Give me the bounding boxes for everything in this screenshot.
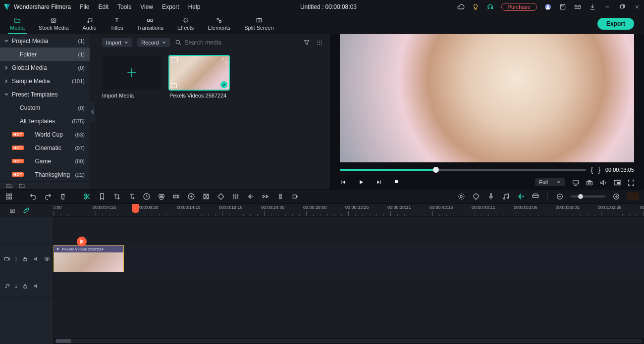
sidebar-item-thanksgiving[interactable]: HOTThanksgiving(22) [0, 168, 90, 181]
render-preview-icon[interactable] [572, 179, 579, 186]
audio-track-icon[interactable] [4, 283, 10, 289]
tab-elements[interactable]: Elements [201, 13, 237, 34]
cloud-icon[interactable] [457, 3, 465, 11]
zoom-slider[interactable] [571, 196, 605, 197]
video-track-body[interactable]: Pexels Videos 2587224 [54, 244, 644, 274]
snapshot-icon[interactable] [586, 179, 592, 186]
menu-view[interactable]: View [140, 3, 153, 10]
template-mode-icon[interactable] [5, 193, 13, 200]
new-folder-icon[interactable] [6, 182, 13, 189]
freeze-frame-icon[interactable] [187, 193, 195, 200]
save-icon[interactable] [559, 3, 567, 11]
sidebar-item-all-templates[interactable]: All Templates(575) [0, 114, 90, 128]
record-voiceover-icon[interactable] [291, 193, 299, 200]
volume-icon[interactable] [599, 179, 606, 186]
search-input[interactable] [185, 39, 264, 46]
add-to-timeline-icon[interactable] [171, 83, 177, 88]
menu-file[interactable]: File [80, 3, 89, 10]
preview-scale-select[interactable]: Full [535, 178, 565, 186]
tab-titles[interactable]: Titles [104, 13, 130, 34]
purchase-button[interactable]: Purchase [501, 3, 537, 11]
sidebar-item-global-media[interactable]: Global Media(0) [0, 61, 90, 74]
audio-waveform-icon[interactable] [247, 193, 255, 200]
render-bar-icon[interactable] [532, 193, 539, 200]
lightbulb-icon[interactable] [472, 3, 480, 11]
sidebar-item-project-media[interactable]: Project Media(1) [0, 34, 90, 48]
sidebar-item-world-cup[interactable]: HOTWorld Cup(63) [0, 128, 90, 141]
sidebar-collapse-toggle[interactable] [90, 102, 95, 122]
keyframe-icon[interactable] [202, 193, 210, 200]
split-handle[interactable] [77, 237, 87, 246]
play-button[interactable] [358, 179, 365, 186]
tab-audio[interactable]: Audio [76, 13, 104, 34]
lock-icon[interactable] [22, 283, 28, 289]
seek-thumb[interactable] [433, 167, 439, 173]
speed-icon[interactable] [143, 193, 151, 200]
seek-track[interactable] [340, 169, 586, 171]
timeline-clip[interactable]: Pexels Videos 2587224 [54, 245, 124, 272]
redo-icon[interactable] [44, 193, 52, 200]
sidebar-item-game[interactable]: HOTGame(89) [0, 154, 90, 168]
step-forward-button[interactable] [376, 179, 382, 186]
stop-button[interactable] [393, 179, 400, 186]
close-icon[interactable] [633, 3, 641, 11]
grid-view-icon[interactable] [316, 39, 323, 46]
zoom-out-icon[interactable] [556, 193, 564, 200]
add-text-icon[interactable] [128, 193, 136, 200]
menu-help[interactable]: Help [188, 3, 201, 10]
sidebar-item-sample-media[interactable]: Sample Media(101) [0, 74, 90, 88]
tab-media[interactable]: Media [3, 13, 32, 34]
preview-viewport[interactable] [340, 34, 634, 162]
mute-icon[interactable] [33, 256, 39, 262]
ai-tools-icon[interactable] [457, 193, 465, 200]
download-icon[interactable] [589, 3, 596, 11]
mark-in-button[interactable]: { [591, 166, 593, 174]
fullscreen-icon[interactable] [627, 179, 634, 186]
mute-icon[interactable] [33, 283, 39, 289]
menu-edit[interactable]: Edit [99, 3, 109, 10]
audio-mixer-icon[interactable] [502, 193, 510, 200]
folder-open-icon[interactable] [19, 182, 26, 189]
mark-out-button[interactable]: } [598, 166, 600, 174]
auto-beat-sync-icon[interactable] [517, 193, 525, 200]
lock-icon[interactable] [22, 256, 28, 262]
timeline-scroll-thumb[interactable] [55, 339, 71, 343]
account-icon[interactable] [544, 3, 552, 11]
pip-icon[interactable] [613, 179, 620, 186]
import-media-tile[interactable]: Import Media [102, 56, 161, 98]
marker-icon[interactable] [472, 193, 480, 200]
headset-icon[interactable] [486, 3, 494, 11]
menu-tools[interactable]: Tools [117, 3, 131, 10]
audio-track-body[interactable] [54, 274, 644, 297]
maximize-icon[interactable] [618, 3, 626, 11]
waveform-color-swatch[interactable] [627, 193, 639, 200]
record-dropdown[interactable]: Record [137, 38, 169, 47]
menu-export[interactable]: Export [162, 3, 179, 10]
detect-edits-icon[interactable] [172, 193, 180, 200]
timeline-scroll-track[interactable] [55, 339, 642, 343]
tab-stock-media[interactable]: Stock Media [32, 13, 76, 34]
step-back-button[interactable] [340, 179, 347, 186]
sidebar-item-preset-templates[interactable]: Preset Templates [0, 88, 90, 101]
zoom-in-icon[interactable] [612, 193, 620, 200]
sidebar-item-folder[interactable]: Folder(1) [0, 48, 90, 61]
equalizer-icon[interactable] [232, 193, 240, 200]
media-clip-tile[interactable]: Pexels Videos 2587224 [169, 56, 229, 98]
undo-icon[interactable] [29, 193, 37, 200]
lock-all-icon[interactable] [9, 207, 16, 214]
sidebar-item-cinematic[interactable]: HOTCinematic(97) [0, 141, 90, 154]
voice-over-icon新[interactable] [262, 193, 269, 200]
zoom-thumb[interactable] [578, 194, 583, 199]
crop-icon[interactable] [113, 193, 121, 200]
playhead-handle[interactable] [132, 204, 139, 213]
tab-transitions[interactable]: Transitions [130, 13, 170, 34]
filter-icon[interactable] [303, 39, 310, 46]
green-screen-icon[interactable] [217, 193, 225, 200]
tab-effects[interactable]: Effects [170, 13, 201, 34]
visibility-icon[interactable] [44, 256, 50, 262]
sidebar-item-custom[interactable]: Custom(0) [0, 101, 90, 114]
link-tracks-icon[interactable] [23, 207, 30, 214]
mark-icon[interactable] [98, 193, 106, 200]
tab-split-screen[interactable]: Split Screen [237, 13, 280, 34]
video-track-icon[interactable] [4, 256, 10, 262]
